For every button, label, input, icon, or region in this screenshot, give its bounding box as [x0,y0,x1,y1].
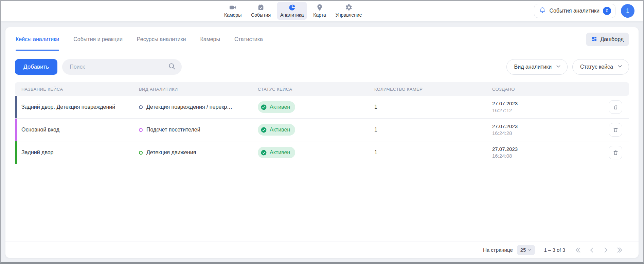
created-date: 27.07.2023 [492,123,609,130]
last-page-button[interactable] [615,246,624,254]
chevron-left-icon [588,246,596,254]
bell-icon [539,7,546,15]
nav-item-map[interactable]: Карта [310,2,329,20]
events-calendar-icon [257,4,265,11]
tab-analytics-cases[interactable]: Кейсы аналитики [16,28,59,51]
chevron-right-icon [602,246,609,254]
created-date: 27.07.2023 [492,146,609,153]
search-input[interactable] [70,64,168,70]
column-header-type: ВИД АНАЛИТИКИ [139,87,258,92]
nav-item-cameras[interactable]: Камеры [221,2,245,20]
case-name: Задний двор. Детекция повреждений [21,104,139,110]
created-time: 16:24:28 [492,130,609,137]
status-label: Активен [270,149,290,156]
analytics-type-filter[interactable]: Вид аналитики [506,59,568,75]
case-type-cell: Детекция движения [139,149,258,156]
next-page-button[interactable] [601,246,610,254]
search-icon[interactable] [168,63,176,71]
cases-table: НАЗВАНИЕ КЕЙСА ВИД АНАЛИТИКИ СТАТУС КЕЙС… [15,82,629,164]
add-button[interactable]: Добавить [15,59,57,75]
case-status-cell: Активен [258,147,374,158]
analytics-events-label: События аналитики [549,8,600,14]
main-nav: Камеры События Аналитика Карта Управлени… [221,1,365,21]
analytics-type-filter-label: Вид аналитики [514,64,552,70]
created-cell: 27.07.2023 16:27:12 [492,100,609,114]
nav-label: Карта [313,12,326,18]
tab-list: Кейсы аналитики События и реакции Ресурс… [15,28,263,51]
tab-cameras[interactable]: Камеры [200,28,220,51]
case-color-bar [15,119,17,141]
created-time: 16:24:08 [492,153,609,159]
camera-count: 1 [374,104,492,110]
column-header-name: НАЗВАНИЕ КЕЙСА [21,87,139,92]
case-status-filter[interactable]: Статус кейса [572,59,629,75]
delete-case-button[interactable] [609,146,622,159]
per-page-value: 25 [520,247,526,253]
tab-statistics[interactable]: Статистика [234,28,263,51]
case-type-label: Подсчет посетителей [146,127,200,133]
tab-analytics-resources[interactable]: Ресурсы аналитики [137,28,186,51]
filters-group: Вид аналитики Статус кейса [506,59,629,75]
case-color-bar [15,96,17,118]
case-name: Основной вход [21,127,139,133]
check-circle-icon [261,104,267,110]
case-type-cell: Подсчет посетителей [139,127,258,133]
analytics-type-ring-icon [139,151,143,155]
double-chevron-right-icon [615,246,623,254]
nav-label: Управление [336,12,362,18]
nav-label: События [251,12,271,18]
per-page-group: На странице 25 [483,245,535,255]
camera-count: 1 [374,149,492,156]
created-cell: 27.07.2023 16:24:28 [492,123,609,137]
analytics-type-ring-icon [139,105,143,109]
header-right-group: События аналитики 0 1 [534,4,634,18]
trash-icon [613,127,619,133]
previous-page-button[interactable] [588,246,596,254]
nav-item-management[interactable]: Управление [332,2,365,20]
table-row[interactable]: Задний двор. Детекция повреждений Детекц… [15,96,629,119]
camera-icon [229,4,237,11]
column-header-created: СОЗДАНО [492,87,609,92]
controls-row: Добавить Вид аналитики Статус кейса [15,59,629,75]
created-date: 27.07.2023 [492,100,609,107]
dashboard-grid-icon [591,36,597,43]
table-header-row: НАЗВАНИЕ КЕЙСА ВИД АНАЛИТИКИ СТАТУС КЕЙС… [15,82,629,96]
column-header-status: СТАТУС КЕЙСА [258,87,374,92]
chevron-down-icon [556,64,561,70]
per-page-select[interactable]: 25 [517,245,535,255]
table-row[interactable]: Основной вход Подсчет посетителей Активе… [15,119,629,141]
nav-label: Аналитика [280,12,304,18]
check-circle-icon [261,149,267,156]
pagination-bar: На странице 25 1 – 3 of 3 [5,242,639,258]
delete-case-button[interactable] [609,123,622,137]
check-circle-icon [261,127,267,133]
created-time: 16:27:12 [492,107,609,114]
search-box [62,59,182,75]
case-status-filter-label: Статус кейса [580,64,613,70]
dashboard-button[interactable]: Дашборд [586,33,629,46]
tabs-row: Кейсы аналитики События и реакции Ресурс… [15,27,629,52]
tab-events-reactions[interactable]: События и реакции [73,28,123,51]
double-chevron-left-icon [575,246,582,254]
user-avatar[interactable]: 1 [621,4,634,18]
case-type-cell: Детекция повреждения / перекр… [139,104,258,110]
status-label: Активен [270,127,290,133]
nav-item-analytics[interactable]: Аналитика [277,2,307,20]
analytics-type-ring-icon [139,128,143,132]
pagination-range: 1 – 3 of 3 [544,247,565,253]
created-cell: 27.07.2023 16:24:08 [492,146,609,159]
delete-case-button[interactable] [609,100,622,114]
nav-label: Камеры [224,12,242,18]
status-label: Активен [270,104,290,110]
trash-icon [613,150,619,156]
chevron-down-icon [528,248,532,252]
analytics-events-button[interactable]: События аналитики 0 [534,4,615,18]
gear-icon [345,4,353,11]
events-count-badge: 0 [603,7,611,15]
first-page-button[interactable] [574,246,583,254]
status-badge: Активен [258,101,295,113]
case-status-cell: Активен [258,124,374,136]
dashboard-label: Дашборд [601,36,624,42]
nav-item-events[interactable]: События [248,2,274,20]
table-row[interactable]: Задний двор Детекция движения Активен 1 … [15,141,629,164]
